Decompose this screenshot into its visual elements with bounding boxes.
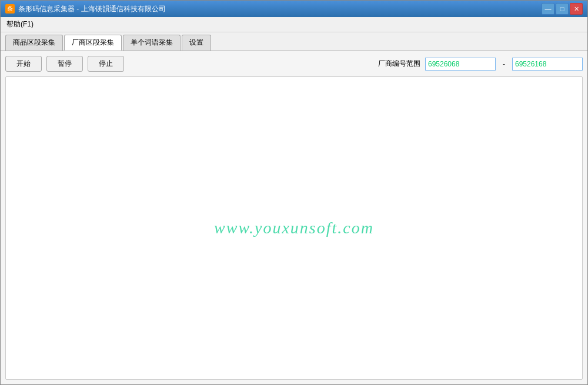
pause-button[interactable]: 暂停 — [46, 56, 83, 72]
window-title: 条形码信息采集器 - 上海镁韻通信科技有限公司 — [18, 4, 166, 14]
title-bar-text: 条 条形码信息采集器 - 上海镁韻通信科技有限公司 — [5, 4, 166, 14]
tabs-area: 商品区段采集 厂商区段采集 单个词语采集 设置 — [1, 32, 587, 51]
start-button[interactable]: 开始 — [5, 56, 42, 72]
title-bar: 条 条形码信息采集器 - 上海镁韻通信科技有限公司 — □ ✕ — [1, 1, 587, 17]
help-menu-item[interactable]: 帮助(F1) — [3, 18, 37, 31]
content-area: 开始 暂停 停止 厂商编号范围 - www.youxunsoft.com — [1, 51, 587, 384]
tab-settings[interactable]: 设置 — [182, 35, 211, 51]
minimize-button[interactable]: — — [542, 3, 554, 15]
range-start-input[interactable] — [425, 58, 496, 71]
menu-bar: 帮助(F1) — [1, 17, 587, 32]
range-label: 厂商编号范围 — [378, 59, 420, 69]
close-button[interactable]: ✕ — [570, 3, 583, 15]
tab-product-segment[interactable]: 商品区段采集 — [5, 35, 63, 51]
tab-vendor-segment[interactable]: 厂商区段采集 — [64, 35, 122, 51]
display-panel: www.youxunsoft.com — [5, 76, 583, 380]
restore-button[interactable]: □ — [556, 3, 569, 15]
stop-button[interactable]: 停止 — [88, 56, 124, 72]
tab-single-word[interactable]: 单个词语采集 — [123, 35, 181, 51]
toolbar: 开始 暂停 停止 厂商编号范围 - — [5, 56, 583, 72]
app-icon: 条 — [5, 4, 15, 14]
main-window: 条 条形码信息采集器 - 上海镁韻通信科技有限公司 — □ ✕ 帮助(F1) 商… — [0, 0, 588, 385]
range-end-input[interactable] — [512, 58, 583, 71]
range-separator: - — [500, 60, 507, 68]
window-controls: — □ ✕ — [542, 3, 583, 15]
watermark-text: www.youxunsoft.com — [214, 219, 374, 237]
